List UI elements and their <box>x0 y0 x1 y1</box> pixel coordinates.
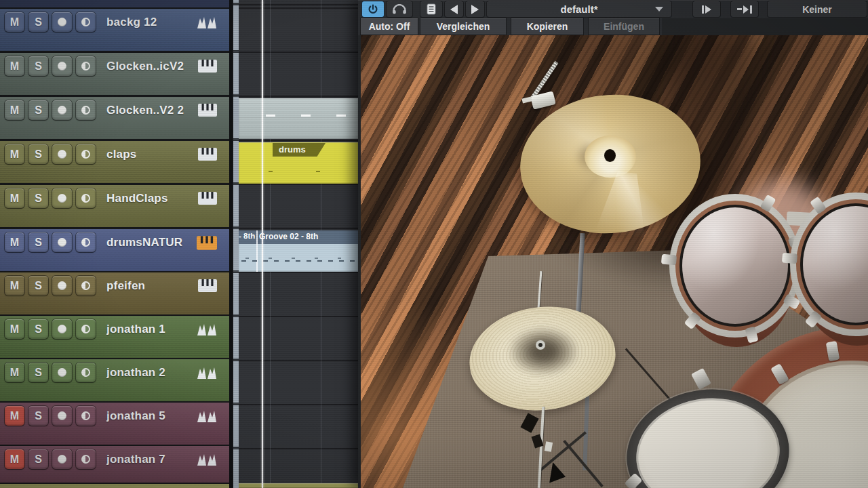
record-arm-button[interactable] <box>52 276 72 296</box>
monitor-button[interactable] <box>76 232 96 252</box>
mute-button[interactable]: M <box>5 363 24 382</box>
track-row-glocken1[interactable]: M S Glocken..icV2 <box>0 53 229 95</box>
solo-button[interactable]: S <box>28 276 48 296</box>
mute-button[interactable]: M <box>5 319 24 339</box>
record-arm-button[interactable] <box>52 144 72 164</box>
record-icon <box>58 238 66 247</box>
clip-label-right: Groove 02 - 8th <box>259 232 358 241</box>
midi-clip-glocken[interactable] <box>239 98 358 139</box>
mute-button-active[interactable]: M <box>5 406 24 426</box>
record-icon <box>58 455 66 464</box>
chevron-down-icon <box>655 7 663 12</box>
record-arm-button[interactable] <box>52 12 72 32</box>
plugin-listen-button[interactable] <box>387 1 412 17</box>
track-row-jonathan1[interactable]: M S jonathan 1 <box>0 316 229 358</box>
arrangement-area[interactable]: drums - 8th Groove 02 - 8th <box>239 0 358 488</box>
track-name: jonathan 7 <box>106 453 165 466</box>
track-row-jonathan2[interactable]: M S jonathan 2 <box>0 359 229 401</box>
track-name: Glocken..icV2 <box>106 60 184 73</box>
preset-selector[interactable]: default* <box>487 1 671 17</box>
monitor-button[interactable] <box>76 100 96 120</box>
solo-button[interactable]: S <box>28 406 48 426</box>
track-row-partial-bottom[interactable] <box>0 484 229 488</box>
solo-button[interactable]: S <box>28 319 48 339</box>
playhead-cursor[interactable] <box>262 0 263 488</box>
record-arm-button[interactable] <box>52 56 72 76</box>
monitor-button[interactable] <box>76 406 96 426</box>
solo-button[interactable]: S <box>28 100 48 120</box>
monitor-button[interactable] <box>76 56 96 76</box>
arrow-from-bar-button[interactable] <box>693 1 720 17</box>
monitor-icon <box>81 368 90 377</box>
midi-clip-drums[interactable]: drums <box>239 142 358 184</box>
track-row-backg12[interactable]: M S backg 12 <box>0 9 229 51</box>
track-row-pfeifen[interactable]: M S pfeifen <box>0 272 229 314</box>
preset-list-button[interactable] <box>420 1 442 17</box>
mute-button[interactable]: M <box>5 12 24 32</box>
solo-button[interactable]: S <box>28 363 48 382</box>
record-arm-button[interactable] <box>52 319 72 339</box>
track-row-jonathan5[interactable]: M S jonathan 5 <box>0 403 229 445</box>
next-arrow-icon <box>471 5 479 14</box>
clip-label-tag: drums <box>273 143 326 157</box>
monitor-button[interactable] <box>76 188 96 208</box>
record-arm-button[interactable] <box>52 232 72 252</box>
track-row-drumsnatur[interactable]: M S drumsNATUR <box>0 229 229 271</box>
piano-icon <box>198 104 217 119</box>
automation-mode-button[interactable]: Auto: Off <box>361 18 418 35</box>
solo-button[interactable]: S <box>28 144 48 164</box>
monitor-button[interactable] <box>76 12 96 32</box>
waveform-icon <box>197 409 217 426</box>
track-row-handclaps[interactable]: M S HandClaps <box>0 185 229 227</box>
next-preset-button[interactable] <box>466 1 484 17</box>
solo-button[interactable]: S <box>28 56 48 76</box>
track-row-jonathan7[interactable]: M S jonathan 7 <box>0 446 229 483</box>
midi-clip-groove[interactable]: - 8th Groove 02 - 8th <box>239 230 358 272</box>
solo-button[interactable]: S <box>28 12 48 32</box>
track-row-partial-top[interactable] <box>0 0 229 7</box>
tom1-lug <box>661 254 677 266</box>
track-row-glocken2[interactable]: M S Glocken..V2 2 <box>0 97 229 139</box>
mute-button[interactable]: M <box>5 232 24 252</box>
clip-boundary <box>256 230 258 272</box>
headphones-icon <box>392 4 407 14</box>
monitor-button[interactable] <box>76 449 96 469</box>
mute-button[interactable]: M <box>5 100 24 120</box>
solo-button[interactable]: S <box>28 188 48 208</box>
arrow-to-bar-button[interactable] <box>731 1 758 17</box>
mute-button[interactable]: M <box>5 56 24 76</box>
record-icon <box>58 194 66 203</box>
monitor-button[interactable] <box>76 276 96 296</box>
compare-button[interactable]: Vergleichen <box>420 18 506 35</box>
clip-partial-bottom[interactable] <box>239 483 358 488</box>
record-icon <box>58 368 66 377</box>
solo-button[interactable]: S <box>28 449 48 469</box>
waveform-icon <box>197 323 217 339</box>
track-row-claps[interactable]: M S claps <box>0 141 229 183</box>
mute-button-active[interactable]: M <box>5 449 24 469</box>
solo-button[interactable]: S <box>28 232 48 252</box>
mute-button[interactable]: M <box>5 276 24 296</box>
hihat-bell-smudge <box>509 327 579 375</box>
piano-icon <box>198 60 217 75</box>
mute-button[interactable]: M <box>5 144 24 164</box>
monitor-button[interactable] <box>76 144 96 164</box>
record-arm-button[interactable] <box>52 406 72 426</box>
previous-preset-button[interactable] <box>445 1 463 17</box>
track-scroll-gutter[interactable] <box>233 0 239 488</box>
monitor-button[interactable] <box>76 363 96 382</box>
waveform-icon <box>197 16 217 32</box>
tom1-head[interactable] <box>682 207 788 324</box>
record-arm-button[interactable] <box>52 363 72 382</box>
record-arm-button[interactable] <box>52 449 72 469</box>
record-arm-button[interactable] <box>52 100 72 120</box>
monitor-button[interactable] <box>76 319 96 339</box>
midi-input-selector[interactable]: Keiner <box>768 1 867 17</box>
copy-button[interactable]: Kopieren <box>511 18 583 35</box>
mute-button[interactable]: M <box>5 188 24 208</box>
piano-icon <box>198 148 217 163</box>
plugin-power-button[interactable] <box>362 1 384 17</box>
record-arm-button[interactable] <box>52 188 72 208</box>
header-filler <box>662 18 868 35</box>
paste-button-disabled[interactable]: Einfügen <box>589 18 659 35</box>
